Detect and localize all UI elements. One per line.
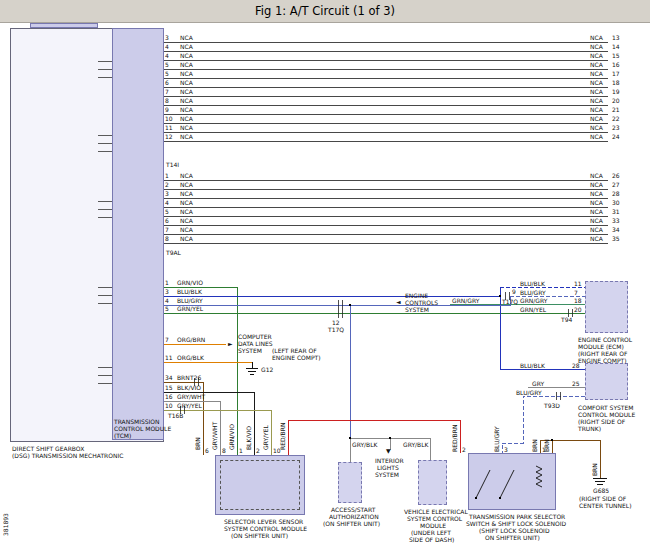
park-name-line1: TRANSMISSION PARK SELECTOR <box>469 513 565 520</box>
computer-data-line1: COMPUTER <box>238 333 272 340</box>
wire-color-label: BRN <box>531 420 539 452</box>
wire-color-label: NCA <box>180 226 193 233</box>
tcm-pin-number: 1 <box>165 172 169 179</box>
g12-location-line2: ENGINE COMPT) <box>272 354 321 361</box>
arrow-right-icon: ► <box>228 340 233 347</box>
comfort-name-line1: COMFORT SYSTEM <box>578 404 633 411</box>
wire-color-label: GRY/WHT <box>211 416 219 450</box>
pin-number: 11 <box>574 280 582 287</box>
wire-color-label: RED/BRN <box>451 420 459 452</box>
connector-t9al-label: T9AL <box>166 249 181 256</box>
wire-color-label: NCA <box>180 133 193 140</box>
access-name-line3: (ON SHIFTER UNIT) <box>323 520 380 527</box>
park-name-line4: ON SHIFTER UNIT) <box>485 534 540 541</box>
dsg-label-line1: DIRECT SHIFT GEARBOX <box>12 445 84 452</box>
ecm-name-line2: MODULE (ECM) <box>578 343 624 350</box>
wire-color-label: NCA <box>590 43 603 50</box>
connector-label: T17Q <box>328 326 344 333</box>
wire-color-label: BLK/VIO <box>245 416 253 450</box>
access-name-line1: ACCESS/START <box>331 506 375 513</box>
wire-color-label: BRN <box>177 374 190 381</box>
tcm-pin-number: 4 <box>165 43 169 50</box>
tcm-pin-number: 4 <box>165 199 169 206</box>
wire-color-label: NCA <box>180 115 193 122</box>
wire-color-label: GRN/YEL <box>520 306 546 313</box>
pin-number: 17 <box>612 70 620 77</box>
tcm-pin-number: 4 <box>165 52 169 59</box>
wire-color-label: NCA <box>180 52 193 59</box>
pin-number: 13 <box>612 34 620 41</box>
wire-color-label: NCA <box>590 34 603 41</box>
wire-color-label: NCA <box>180 61 193 68</box>
pin-number: 30 <box>612 199 620 206</box>
pin-number: 24 <box>612 133 620 140</box>
wire-color-label: BRN <box>194 416 202 450</box>
wire-color-label: BLU/BLK <box>520 280 545 287</box>
wire-color-label: NCA <box>590 61 603 68</box>
wiring-svg <box>0 0 650 554</box>
tcm-pin-number: 11 <box>165 354 173 361</box>
vehicle-name-line2: SYSTEM CONTROL <box>407 515 462 522</box>
connector-label: T17Q <box>502 298 518 305</box>
wire-color-label: NCA <box>590 235 603 242</box>
pin-number: 16 <box>612 61 620 68</box>
tcm-pin-number: 16 <box>165 393 173 400</box>
wire-color-label: BLK/VIO <box>177 384 201 391</box>
connector-label: T94 <box>561 316 572 323</box>
engine-controls-line2: CONTROLS <box>405 299 438 306</box>
wire-color-label: NCA <box>180 199 193 206</box>
wire-color-label: NCA <box>180 70 193 77</box>
wire-color-label: NCA <box>590 226 603 233</box>
wire-color-label: NCA <box>180 190 193 197</box>
pin-number: 1 <box>239 447 243 454</box>
wire-label-gryblk-vehicle: GRY/BLK <box>403 441 429 448</box>
park-name-line2: SWITCH & SHIFT LOCK SOLENOID <box>466 520 566 527</box>
pin-number: 34 <box>612 226 620 233</box>
tcm-pin-number: 1 <box>165 279 169 286</box>
tcm-pin-number: 7 <box>165 336 169 343</box>
interior-lights-line2: LIGHTS <box>377 464 399 471</box>
tcm-pin-number: 8 <box>165 235 169 242</box>
tcm-pin-number: 7 <box>165 88 169 95</box>
selector-name-line1: SELECTOR LEVER SENSOR <box>224 518 303 525</box>
arrow-left-icon: ◄ <box>396 298 401 305</box>
tcm-pin-number: 3 <box>165 288 169 295</box>
figure-title: Fig 1: A/T Circuit (1 of 3) <box>0 0 650 23</box>
tcm-pin-number: 5 <box>165 61 169 68</box>
wire-color-label: NCA <box>180 79 193 86</box>
comfort-name-line3: (RIGHT SIDE OF <box>578 418 625 425</box>
connector-label: T16B <box>168 412 183 419</box>
ecm-name-line1: ENGINE CONTROL <box>578 336 632 343</box>
wire-color-label: NCA <box>590 208 603 215</box>
wire-color-label: NCA <box>180 172 193 179</box>
wire-color-label: ORG/BLK <box>177 354 204 361</box>
wire-color-label: BLU/BLK <box>177 288 202 295</box>
tcm-pin-number: 3 <box>165 34 169 41</box>
wire-color-label: NCA <box>180 106 193 113</box>
wire-color-label: NCA <box>180 34 193 41</box>
tcm-pin-number: 11 <box>165 124 173 131</box>
wire-color-label: GRY/YEL <box>262 416 270 450</box>
wire-color-label: NCA <box>180 43 193 50</box>
tcm-pin-number: 5 <box>165 70 169 77</box>
wire-color-label: NCA <box>590 124 603 131</box>
pin-number: 31 <box>612 208 620 215</box>
wire-color-label: NCA <box>180 97 193 104</box>
tcm-pin-number: 7 <box>165 226 169 233</box>
g12-location-line1: (LEFT REAR OF <box>272 347 317 354</box>
wire-color-label: GRY/WHT <box>177 393 205 400</box>
wire-label-brn-g685: BRN <box>591 444 599 476</box>
tcm-pin-number: 9 <box>165 106 169 113</box>
wire-color-label: NCA <box>180 208 193 215</box>
wire-color-label: NCA <box>180 88 193 95</box>
tcm-pin-number: 4 <box>165 297 169 304</box>
pin-number: 27 <box>612 181 620 188</box>
pin-number: 19 <box>612 88 620 95</box>
wire-color-label: NCA <box>590 199 603 206</box>
pin-number: 35 <box>612 235 620 242</box>
dsg-label-line2: (DSG) TRANSMISSION MECHATRONIC <box>12 452 123 459</box>
wire-color-label: GRN/YEL <box>177 305 203 312</box>
selector-name-line3: (ON SHIFTER UNIT) <box>231 532 288 539</box>
connector-pin-number: 12 <box>332 319 340 326</box>
wire-color-label: GRY <box>532 380 544 387</box>
